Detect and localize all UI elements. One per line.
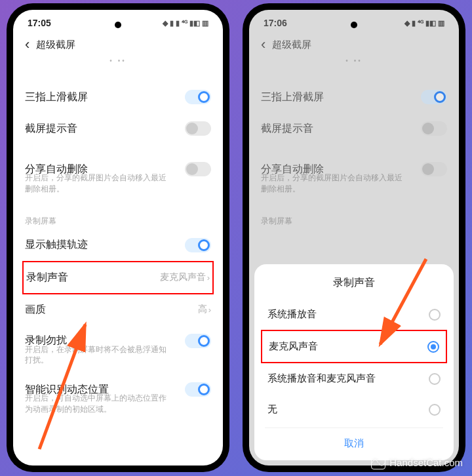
phone-right: 17:06 ◆ ▮ ⁴ᴳ ▮◧ ▥ ‹ 超级截屏 • •• 三指上滑截屏 截屏提… [243,3,465,472]
camera-hole [115,22,121,28]
page-indicator: • •• [13,57,223,64]
label: 系统播放音 [267,308,317,321]
toggle[interactable] [185,121,211,136]
highlight-record-audio: 录制声音 麦克风声音 › [22,261,214,294]
cancel-button[interactable]: 取消 [265,427,443,454]
nav-header: ‹ 超级截屏 [13,31,223,57]
desc: 开启后，分享的截屏图片会自动移入最近删除相册。 [25,172,211,203]
radio[interactable] [429,309,441,321]
toggle[interactable] [185,238,211,252]
watermark: ◠◡ HandsetCat.com [371,455,463,469]
row-record-audio[interactable]: 录制声音 麦克风声音 › [26,262,210,293]
option-microphone[interactable]: 麦克风声音 [266,331,442,362]
label: 截屏提示音 [25,122,77,136]
camera-hole [351,22,357,28]
status-icons: ◆ ▮ ▮ ⁴ᴳ ▮◧ ▥ [163,19,208,28]
screen-left: 17:05 ◆ ▮ ▮ ⁴ᴳ ▮◧ ▥ ‹ 超级截屏 • •• 三指上滑截屏 截… [13,10,223,466]
radio[interactable] [427,341,439,353]
back-icon[interactable]: ‹ [25,36,30,53]
label: 系统播放音和麦克风声音 [267,372,376,385]
label: 无 [267,403,277,416]
highlight-mic-option: 麦克风声音 [261,330,447,363]
chevron-right-icon: › [207,273,210,283]
toggle[interactable] [185,382,211,397]
radio[interactable] [429,373,441,385]
value: 高 › [198,304,211,315]
row-sound-hint[interactable]: 截屏提示音 [25,113,211,144]
option-none[interactable]: 无 [265,394,443,425]
watermark-icon: ◠◡ [371,455,385,469]
option-system-audio[interactable]: 系统播放音 [265,299,443,330]
section-header: 录制屏幕 [25,203,211,229]
row-quality[interactable]: 画质 高 › [25,294,211,325]
value: 麦克风声音 › [160,271,210,283]
label: 显示触摸轨迹 [25,238,88,252]
toggle[interactable] [185,334,211,348]
label: 麦克风声音 [269,340,318,353]
modal-record-sound: 录制声音 系统播放音 麦克风声音 系统播放音和麦克风声音 无 取消 [254,264,454,460]
desc: 开启后，可自动选中屏幕上的动态位置作为动画录制的初始区域。 [25,393,211,423]
toggle[interactable] [185,162,211,176]
clock: 17:05 [28,18,51,28]
label: 画质 [25,303,46,317]
phone-left: 17:05 ◆ ▮ ▮ ⁴ᴳ ▮◧ ▥ ‹ 超级截屏 • •• 三指上滑截屏 截… [7,3,229,472]
row-show-touch[interactable]: 显示触摸轨迹 [25,229,211,261]
page-title: 超级截屏 [36,39,75,51]
radio[interactable] [429,404,441,416]
label: 三指上滑截屏 [25,90,88,104]
settings-list: 三指上滑截屏 截屏提示音 分享自动删除 开启后，分享的截屏图片会自动移入最近删除… [13,81,223,423]
modal-title: 录制声音 [265,276,443,290]
chevron-right-icon: › [208,305,211,315]
option-system-and-mic[interactable]: 系统播放音和麦克风声音 [265,363,443,394]
row-three-finger[interactable]: 三指上滑截屏 [25,81,211,113]
toggle[interactable] [185,90,211,104]
label: 录制声音 [26,271,68,285]
desc: 开启后，在录制屏幕时将不会被悬浮通知打扰。 [25,344,211,374]
screen-right: 17:06 ◆ ▮ ⁴ᴳ ▮◧ ▥ ‹ 超级截屏 • •• 三指上滑截屏 截屏提… [249,10,459,466]
watermark-text: HandsetCat.com [389,457,463,468]
